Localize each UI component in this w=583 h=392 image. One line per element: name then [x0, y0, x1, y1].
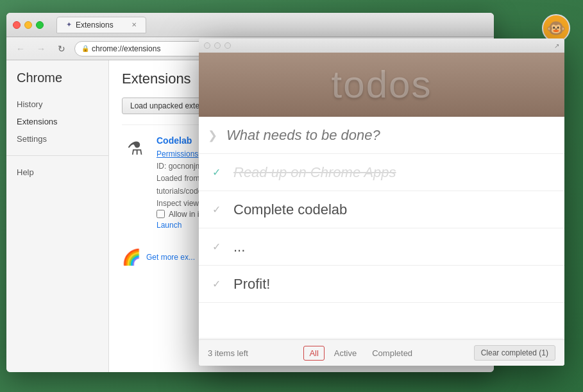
maximize-button[interactable]	[36, 21, 44, 29]
clear-completed-button[interactable]: Clear completed (1)	[474, 345, 555, 361]
todos-expand-icon[interactable]: ↗	[554, 42, 559, 49]
todo-text-4: Profit!	[233, 276, 270, 293]
todos-tl-2	[214, 42, 221, 49]
todos-header: todos	[199, 53, 564, 117]
filter-active-button[interactable]: Active	[328, 346, 362, 361]
todo-checkbox-1[interactable]: ✓	[208, 164, 224, 181]
todo-text-1: Read up on Chrome Apps	[233, 164, 396, 181]
todo-checkbox-2[interactable]: ✓	[208, 201, 224, 218]
extensions-tab[interactable]: ✦ Extensions ✕	[56, 17, 146, 33]
title-bar: ✦ Extensions ✕	[6, 13, 494, 37]
todo-input[interactable]	[226, 127, 555, 144]
filter-all-button[interactable]: All	[303, 346, 324, 361]
todos-body: ❯ ✓ Read up on Chrome Apps ✓ Complete co…	[199, 117, 564, 366]
permissions-link[interactable]: Permissions	[156, 149, 198, 158]
get-more-link[interactable]: Get more ex...	[146, 253, 195, 262]
back-button[interactable]: ←	[13, 41, 28, 56]
flask-icon: ⚗	[127, 138, 143, 159]
sidebar-item-history[interactable]: History	[6, 96, 108, 113]
sidebar-item-help[interactable]: Help	[6, 164, 108, 181]
allow-input[interactable]	[156, 210, 165, 218]
tab-title: Extensions	[76, 21, 114, 30]
lock-icon: 🔒	[81, 45, 89, 52]
minimize-button[interactable]	[24, 21, 32, 29]
todo-item: ✓ Profit!	[199, 266, 564, 303]
sidebar: Chrome History Extensions Settings Help	[6, 60, 109, 372]
footer-filters: All Active Completed	[303, 346, 418, 361]
toggle-all-icon[interactable]: ❯	[208, 128, 217, 142]
todo-list: ✓ Read up on Chrome Apps ✓ Complete code…	[199, 154, 564, 339]
todos-tl-3	[224, 42, 231, 49]
todo-text-3: ...	[233, 239, 245, 255]
items-left-count: 3 items left	[208, 348, 248, 358]
tab-bar: ✦ Extensions ✕	[56, 17, 487, 33]
todo-checkbox-4[interactable]: ✓	[208, 276, 224, 293]
close-button[interactable]	[13, 21, 21, 29]
sidebar-title: Chrome	[6, 71, 108, 96]
todo-checkbox-3[interactable]: ✓	[208, 239, 224, 255]
address-text: chrome://extensions	[92, 44, 160, 53]
launch-link[interactable]: Launch	[156, 221, 182, 230]
todo-item: ✓ ...	[199, 228, 564, 266]
sidebar-divider	[6, 155, 108, 156]
forward-button[interactable]: →	[33, 41, 49, 56]
filter-completed-button[interactable]: Completed	[366, 346, 418, 361]
todo-item: ✓ Read up on Chrome Apps	[199, 154, 564, 191]
todo-text-2: Complete codelab	[233, 201, 347, 218]
loaded-label: Loaded from:	[156, 174, 202, 183]
codelab-icon: ⚗	[122, 135, 148, 161]
todos-titlebar: ↗	[199, 38, 564, 53]
todo-item: ✓ Complete codelab	[199, 191, 564, 228]
todos-footer: 3 items left All Active Completed Clear …	[199, 339, 564, 366]
tab-icon: ✦	[66, 21, 72, 29]
todos-tl-1	[204, 42, 210, 49]
traffic-lights	[13, 21, 44, 29]
rainbow-icon: 🌈	[122, 248, 141, 266]
refresh-button[interactable]: ↻	[54, 41, 69, 56]
todos-window: ↗ todos ❯ ✓ Read up on Chrome Apps ✓ Com…	[199, 38, 564, 366]
sidebar-item-settings[interactable]: Settings	[6, 130, 108, 148]
sidebar-item-extensions[interactable]: Extensions	[6, 113, 108, 130]
tab-close-button[interactable]: ✕	[131, 21, 137, 28]
todos-app-title: todos	[212, 65, 552, 104]
todo-input-row: ❯	[199, 117, 564, 154]
